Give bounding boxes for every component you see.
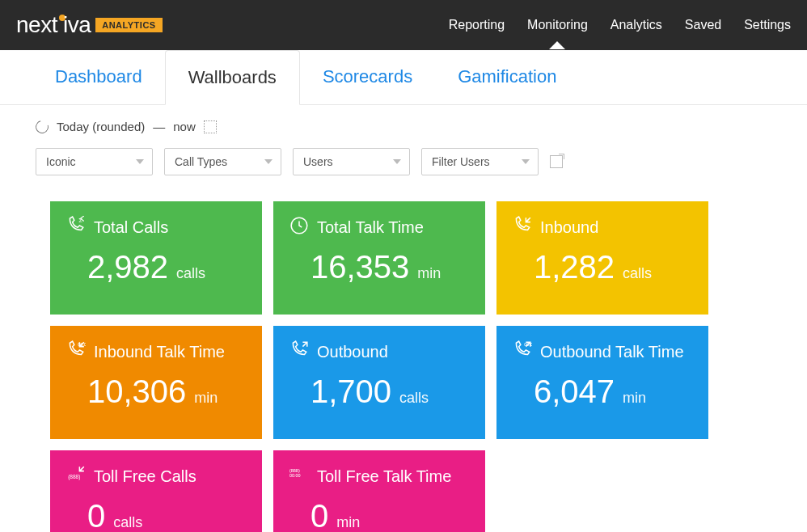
metric-card[interactable]: ΣTotal Calls2,982calls — [50, 201, 262, 315]
card-number: 1,282 — [534, 249, 615, 285]
card-title: Outbound Talk Time — [540, 343, 684, 361]
tab-scorecards[interactable]: Scorecards — [300, 50, 435, 104]
topbar: nextiva ANALYTICS Reporting Monitoring A… — [0, 0, 807, 50]
date-to[interactable]: now — [173, 120, 196, 133]
phone-out-icon — [289, 340, 309, 364]
card-header: 00:00Inbound Talk Time — [66, 340, 246, 364]
card-title: Outbound — [317, 343, 388, 361]
card-unit: calls — [399, 390, 429, 407]
clock-icon — [289, 216, 309, 239]
metric-card[interactable]: Outbound1,700calls — [273, 326, 485, 439]
tab-dashboard[interactable]: Dashboard — [32, 50, 165, 104]
card-unit: min — [623, 390, 646, 407]
tollfree-icon: (888) — [66, 465, 86, 488]
call-types-label: Call Types — [175, 155, 227, 168]
template-select-label: Iconic — [46, 155, 76, 168]
filters-row: Iconic Call Types Users Filter Users — [36, 148, 771, 175]
card-unit: calls — [113, 514, 142, 531]
metric-card[interactable]: 00:00Inbound Talk Time10,306min — [50, 326, 262, 439]
card-header: (888)00:00Toll Free Talk Time — [289, 465, 469, 488]
metric-card[interactable]: (888)00:00Toll Free Talk Time0min — [273, 450, 485, 532]
card-value: 10,306min — [66, 374, 246, 410]
card-header: Inbound — [513, 216, 692, 239]
chevron-down-icon — [522, 159, 530, 164]
card-unit: min — [336, 514, 360, 531]
popout-icon[interactable] — [550, 155, 563, 168]
phone-in-icon — [513, 216, 532, 239]
phone-out-time-icon: 00:00 — [513, 340, 532, 364]
phone-in-time-icon: 00:00 — [66, 340, 86, 364]
card-number: 6,047 — [534, 374, 615, 410]
card-title: Toll Free Talk Time — [317, 467, 451, 486]
metric-card[interactable]: 00:00Outbound Talk Time6,047min — [496, 326, 708, 439]
brand-name-suffix: iva — [63, 12, 91, 38]
date-sep: — — [153, 120, 165, 133]
tab-gamification[interactable]: Gamification — [435, 50, 579, 104]
card-value: 6,047min — [513, 374, 692, 410]
card-number: 0 — [87, 498, 105, 532]
wallboard: ΣTotal Calls2,982callsTotal Talk Time16,… — [0, 185, 807, 532]
card-header: 00:00Outbound Talk Time — [513, 340, 692, 364]
toolbar: Today (rounded) — now Iconic Call Types … — [0, 105, 807, 185]
card-number: 16,353 — [311, 249, 409, 285]
card-header: ΣTotal Calls — [66, 216, 246, 239]
svg-text:(888): (888) — [289, 468, 300, 473]
card-number: 2,982 — [87, 249, 168, 285]
call-types-select[interactable]: Call Types — [164, 148, 281, 175]
card-header: (888)Toll Free Calls — [66, 465, 246, 488]
card-value: 0calls — [66, 498, 246, 532]
svg-text:(888): (888) — [68, 474, 80, 480]
card-value: 2,982calls — [66, 249, 246, 285]
brand-name-prefix: next — [16, 12, 57, 38]
brand-badge: ANALYTICS — [95, 18, 162, 32]
svg-text:00:00: 00:00 — [289, 473, 301, 478]
card-value: 1,282calls — [513, 249, 692, 285]
metric-card[interactable]: (888)Toll Free Calls0calls — [50, 450, 262, 532]
brand-logo: nextiva ANALYTICS — [16, 12, 163, 38]
phone-sigma-icon: Σ — [66, 216, 86, 239]
chevron-down-icon — [393, 159, 401, 164]
nav-analytics[interactable]: Analytics — [611, 2, 662, 49]
subtabs: Dashboard Wallboards Scorecards Gamifica… — [0, 50, 807, 105]
svg-text:00:00: 00:00 — [78, 342, 86, 347]
card-value: 1,700calls — [289, 374, 469, 410]
template-select[interactable]: Iconic — [36, 148, 153, 175]
card-unit: min — [417, 265, 441, 282]
card-number: 1,700 — [311, 374, 391, 410]
card-unit: calls — [176, 265, 205, 282]
card-number: 0 — [311, 498, 328, 532]
nav-monitoring[interactable]: Monitoring — [527, 2, 588, 49]
card-value: 16,353min — [289, 249, 469, 285]
card-header: Outbound — [289, 340, 469, 364]
nav-reporting[interactable]: Reporting — [449, 2, 505, 49]
nav-saved[interactable]: Saved — [685, 2, 721, 49]
card-unit: calls — [623, 265, 652, 282]
card-title: Total Calls — [94, 218, 168, 237]
card-title: Toll Free Calls — [94, 467, 196, 486]
card-number: 10,306 — [87, 374, 186, 410]
nav-settings[interactable]: Settings — [744, 2, 791, 49]
top-nav: Reporting Monitoring Analytics Saved Set… — [449, 2, 791, 49]
tollfree-time-icon: (888)00:00 — [289, 465, 309, 488]
card-title: Inbound — [540, 218, 598, 237]
calendar-icon[interactable] — [204, 120, 217, 133]
card-unit: min — [194, 390, 218, 407]
date-range: Today (rounded) — now — [36, 120, 771, 133]
card-header: Total Talk Time — [289, 216, 469, 239]
tab-wallboards[interactable]: Wallboards — [165, 50, 300, 105]
chevron-down-icon — [264, 159, 273, 164]
date-from[interactable]: Today (rounded) — [57, 120, 145, 133]
card-value: 0min — [289, 498, 469, 532]
filter-users-select[interactable]: Filter Users — [421, 148, 539, 175]
card-title: Total Talk Time — [317, 218, 424, 237]
card-title: Inbound Talk Time — [94, 343, 225, 361]
chevron-down-icon — [136, 159, 144, 164]
metric-card[interactable]: Total Talk Time16,353min — [273, 201, 485, 315]
filter-users-label: Filter Users — [432, 155, 490, 168]
refresh-icon[interactable] — [33, 118, 51, 136]
content: Dashboard Wallboards Scorecards Gamifica… — [0, 50, 807, 532]
svg-text:00:00: 00:00 — [524, 342, 532, 347]
users-label: Users — [303, 155, 333, 168]
metric-card[interactable]: Inbound1,282calls — [496, 201, 708, 315]
users-select[interactable]: Users — [293, 148, 410, 175]
